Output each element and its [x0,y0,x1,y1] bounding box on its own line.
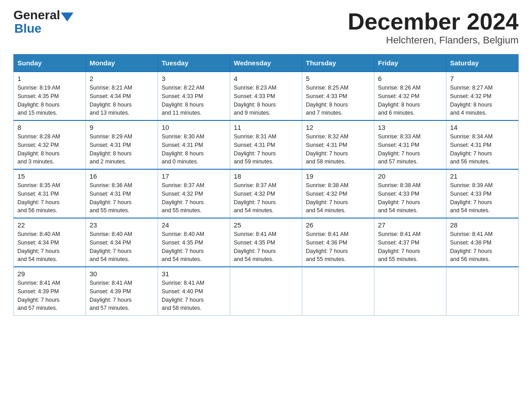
day-number: 15 [17,172,82,180]
day-info: Sunrise: 8:34 AM Sunset: 4:31 PM Dayligh… [450,133,515,166]
day-number: 23 [90,221,154,229]
day-info: Sunrise: 8:37 AM Sunset: 4:32 PM Dayligh… [234,181,298,215]
day-number: 11 [234,124,298,131]
day-info: Sunrise: 8:35 AM Sunset: 4:31 PM Dayligh… [17,181,82,215]
day-info: Sunrise: 8:37 AM Sunset: 4:32 PM Dayligh… [162,181,226,215]
title-block: December 2024 Helchteren, Flanders, Belg… [348,9,519,46]
calendar-cell: 9Sunrise: 8:29 AM Sunset: 4:31 PM Daylig… [86,120,158,169]
page-subtitle: Helchteren, Flanders, Belgium [348,34,519,46]
day-info: Sunrise: 8:38 AM Sunset: 4:32 PM Dayligh… [306,181,370,215]
calendar-cell: 22Sunrise: 8:40 AM Sunset: 4:34 PM Dayli… [14,218,86,267]
calendar-cell: 28Sunrise: 8:41 AM Sunset: 4:38 PM Dayli… [446,218,519,267]
calendar-cell: 3Sunrise: 8:22 AM Sunset: 4:33 PM Daylig… [158,72,230,120]
day-info: Sunrise: 8:40 AM Sunset: 4:34 PM Dayligh… [90,230,154,264]
day-number: 26 [306,221,370,229]
day-number: 21 [450,172,515,180]
day-number: 3 [162,75,226,82]
day-info: Sunrise: 8:23 AM Sunset: 4:33 PM Dayligh… [234,84,298,117]
day-number: 29 [17,270,82,278]
calendar-cell: 11Sunrise: 8:31 AM Sunset: 4:31 PM Dayli… [230,120,302,169]
day-number: 22 [17,221,82,229]
calendar-table: SundayMondayTuesdayWednesdayThursdayFrid… [13,54,519,316]
day-info: Sunrise: 8:38 AM Sunset: 4:33 PM Dayligh… [378,181,442,215]
day-number: 31 [162,270,226,278]
calendar-cell: 12Sunrise: 8:32 AM Sunset: 4:31 PM Dayli… [302,120,374,169]
calendar-header-friday: Friday [374,55,446,72]
day-info: Sunrise: 8:40 AM Sunset: 4:35 PM Dayligh… [162,230,226,264]
calendar-cell: 30Sunrise: 8:41 AM Sunset: 4:39 PM Dayli… [86,267,158,316]
day-number: 18 [234,172,298,180]
calendar-cell: 1Sunrise: 8:19 AM Sunset: 4:35 PM Daylig… [14,72,86,120]
day-info: Sunrise: 8:41 AM Sunset: 4:37 PM Dayligh… [378,230,442,264]
day-number: 14 [450,124,515,131]
calendar-cell: 5Sunrise: 8:25 AM Sunset: 4:33 PM Daylig… [302,72,374,120]
calendar-cell: 31Sunrise: 8:41 AM Sunset: 4:40 PM Dayli… [158,267,230,316]
week-row-5: 29Sunrise: 8:41 AM Sunset: 4:39 PM Dayli… [14,267,519,316]
calendar-header-thursday: Thursday [302,55,374,72]
calendar-cell: 6Sunrise: 8:26 AM Sunset: 4:32 PM Daylig… [374,72,446,120]
week-row-3: 15Sunrise: 8:35 AM Sunset: 4:31 PM Dayli… [14,169,519,218]
day-number: 6 [378,75,442,82]
logo-general: General [13,9,60,21]
calendar-cell [446,267,519,316]
day-info: Sunrise: 8:30 AM Sunset: 4:31 PM Dayligh… [162,133,226,166]
calendar-cell: 21Sunrise: 8:39 AM Sunset: 4:33 PM Dayli… [446,169,519,218]
day-number: 10 [162,124,226,131]
calendar-cell: 8Sunrise: 8:28 AM Sunset: 4:32 PM Daylig… [14,120,86,169]
logo-triangle-icon [61,13,73,21]
logo-blue: Blue [14,21,42,35]
calendar-cell: 24Sunrise: 8:40 AM Sunset: 4:35 PM Dayli… [158,218,230,267]
day-number: 9 [90,124,154,131]
day-info: Sunrise: 8:26 AM Sunset: 4:32 PM Dayligh… [378,84,442,117]
calendar-cell [302,267,374,316]
calendar-cell [374,267,446,316]
calendar-cell: 26Sunrise: 8:41 AM Sunset: 4:36 PM Dayli… [302,218,374,267]
calendar-cell: 29Sunrise: 8:41 AM Sunset: 4:39 PM Dayli… [14,267,86,316]
day-number: 16 [90,172,154,180]
calendar-cell: 2Sunrise: 8:21 AM Sunset: 4:34 PM Daylig… [86,72,158,120]
day-info: Sunrise: 8:41 AM Sunset: 4:40 PM Dayligh… [162,279,226,313]
calendar-cell: 10Sunrise: 8:30 AM Sunset: 4:31 PM Dayli… [158,120,230,169]
calendar-header-monday: Monday [86,55,158,72]
day-info: Sunrise: 8:41 AM Sunset: 4:35 PM Dayligh… [234,230,298,264]
calendar-cell: 19Sunrise: 8:38 AM Sunset: 4:32 PM Dayli… [302,169,374,218]
calendar-cell: 13Sunrise: 8:33 AM Sunset: 4:31 PM Dayli… [374,120,446,169]
day-info: Sunrise: 8:28 AM Sunset: 4:32 PM Dayligh… [17,133,82,166]
day-number: 27 [378,221,442,229]
day-info: Sunrise: 8:21 AM Sunset: 4:34 PM Dayligh… [90,84,154,117]
day-info: Sunrise: 8:29 AM Sunset: 4:31 PM Dayligh… [90,133,154,166]
calendar-cell: 23Sunrise: 8:40 AM Sunset: 4:34 PM Dayli… [86,218,158,267]
calendar-cell: 18Sunrise: 8:37 AM Sunset: 4:32 PM Dayli… [230,169,302,218]
calendar-cell: 7Sunrise: 8:27 AM Sunset: 4:32 PM Daylig… [446,72,519,120]
day-number: 5 [306,75,370,82]
day-info: Sunrise: 8:41 AM Sunset: 4:38 PM Dayligh… [450,230,515,264]
day-number: 12 [306,124,370,131]
page-title: December 2024 [348,9,519,34]
calendar-cell: 14Sunrise: 8:34 AM Sunset: 4:31 PM Dayli… [446,120,519,169]
day-number: 8 [17,124,82,131]
day-number: 19 [306,172,370,180]
day-number: 2 [90,75,154,82]
page-header: General Blue December 2024 Helchteren, F… [13,9,519,46]
day-info: Sunrise: 8:41 AM Sunset: 4:36 PM Dayligh… [306,230,370,264]
day-info: Sunrise: 8:32 AM Sunset: 4:31 PM Dayligh… [306,133,370,166]
day-info: Sunrise: 8:27 AM Sunset: 4:32 PM Dayligh… [450,84,515,117]
day-info: Sunrise: 8:40 AM Sunset: 4:34 PM Dayligh… [17,230,82,264]
day-number: 28 [450,221,515,229]
day-number: 25 [234,221,298,229]
calendar-header-wednesday: Wednesday [230,55,302,72]
calendar-cell: 20Sunrise: 8:38 AM Sunset: 4:33 PM Dayli… [374,169,446,218]
day-number: 1 [17,75,82,82]
day-info: Sunrise: 8:19 AM Sunset: 4:35 PM Dayligh… [17,84,82,117]
calendar-cell [230,267,302,316]
day-number: 13 [378,124,442,131]
week-row-1: 1Sunrise: 8:19 AM Sunset: 4:35 PM Daylig… [14,72,519,120]
calendar-header-saturday: Saturday [446,55,519,72]
day-info: Sunrise: 8:31 AM Sunset: 4:31 PM Dayligh… [234,133,298,166]
day-info: Sunrise: 8:22 AM Sunset: 4:33 PM Dayligh… [162,84,226,117]
day-number: 20 [378,172,442,180]
day-info: Sunrise: 8:25 AM Sunset: 4:33 PM Dayligh… [306,84,370,117]
calendar-cell: 16Sunrise: 8:36 AM Sunset: 4:31 PM Dayli… [86,169,158,218]
calendar-cell: 25Sunrise: 8:41 AM Sunset: 4:35 PM Dayli… [230,218,302,267]
calendar-cell: 15Sunrise: 8:35 AM Sunset: 4:31 PM Dayli… [14,169,86,218]
